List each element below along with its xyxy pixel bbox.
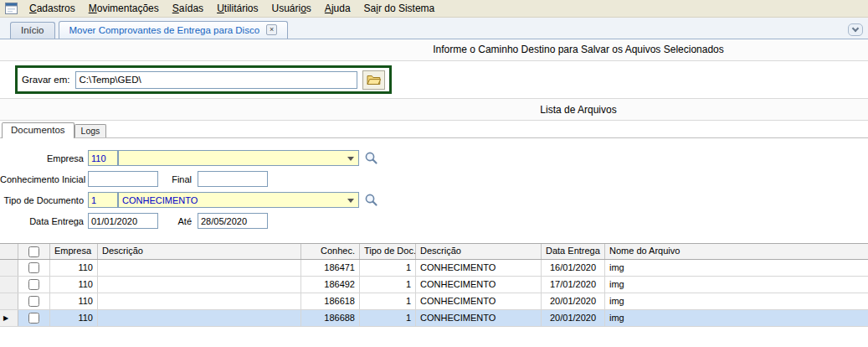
empresa-combo[interactable] — [118, 150, 359, 166]
row-checkbox-cell — [18, 310, 50, 326]
menu-item-sair-do-sistema[interactable]: Sair do Sistema — [357, 1, 442, 16]
tab-overflow-button[interactable] — [848, 23, 863, 36]
menu-item-saidas[interactable]: Saídas — [166, 1, 210, 16]
menu-item-cadastros[interactable]: Cadastros — [23, 1, 82, 16]
tipo-documento-label: Tipo de Documento — [0, 195, 88, 205]
tipo-documento-combo[interactable]: CONHECIMENTO — [118, 192, 359, 208]
tipo-documento-combo-value: CONHECIMENTO — [122, 195, 198, 205]
chevron-down-icon — [347, 199, 354, 203]
table-row[interactable]: 110 186492 1 CONHECIMENTO 17/01/2020 img — [0, 277, 868, 293]
empresa-search-button[interactable] — [362, 150, 380, 167]
cell-tipo-de-doc: 1 — [360, 293, 416, 309]
menu-item-ajuda[interactable]: Ajuda — [318, 1, 357, 16]
row-checkbox[interactable] — [28, 262, 39, 273]
row-selector — [0, 293, 18, 309]
cell-conhec: 186688 — [301, 310, 360, 326]
conhecimento-row: Conhecimento Inicial Final — [0, 171, 868, 187]
cell-tipo-descricao: CONHECIMENTO — [416, 277, 542, 293]
conhecimento-final-input[interactable] — [198, 171, 268, 187]
col-header-conhec[interactable]: Conhec. — [301, 244, 360, 259]
cell-nome-do-arquivo: img — [605, 293, 868, 309]
empresa-label: Empresa — [0, 153, 88, 163]
row-checkbox-cell — [18, 277, 50, 293]
menu-item-usuarios[interactable]: Usuários — [265, 1, 317, 16]
list-section-title: Lista de Arquivos — [0, 99, 868, 121]
cell-tipo-de-doc: 1 — [360, 277, 416, 293]
subtab-row: Documentos Logs — [0, 121, 868, 138]
cell-nome-do-arquivo: img — [605, 260, 868, 276]
tab-inicio-label: Início — [21, 25, 44, 35]
file-grid: Empresa Descrição Conhec. Tipo de Doc. D… — [0, 243, 868, 327]
row-selector-header — [0, 244, 18, 259]
search-icon — [364, 193, 378, 207]
list-title-band: Lista de Arquivos — [0, 98, 868, 121]
chevron-down-icon — [852, 25, 859, 32]
row-selector — [0, 260, 18, 276]
col-header-empresa[interactable]: Empresa — [50, 244, 98, 259]
cell-empresa: 110 — [50, 310, 98, 326]
data-entrega-label: Data Entrega — [0, 216, 88, 226]
conhecimento-inicial-label: Conhecimento Inicial — [0, 174, 88, 184]
data-entrega-inicial-input[interactable] — [88, 213, 158, 229]
tab-inicio[interactable]: Início — [10, 22, 55, 39]
cell-descricao — [98, 293, 301, 309]
tipo-documento-code-input[interactable] — [88, 192, 118, 208]
grid-header-row: Empresa Descrição Conhec. Tipo de Doc. D… — [0, 244, 868, 260]
path-input[interactable] — [75, 71, 358, 89]
table-row[interactable]: 110 186471 1 CONHECIMENTO 16/01/2020 img — [0, 260, 868, 277]
tab-mover-comprovantes[interactable]: Mover Comprovantes de Entrega para Disco… — [59, 21, 289, 39]
search-icon — [364, 151, 378, 165]
row-checkbox[interactable] — [28, 279, 39, 290]
final-label: Final — [158, 174, 195, 184]
col-header-descricao-2[interactable]: Descrição — [416, 244, 542, 259]
row-selector — [0, 277, 18, 293]
filter-form: Empresa Conhecimento Inicial Final Tipo … — [0, 138, 868, 243]
subtab-logs[interactable]: Logs — [74, 124, 107, 137]
tab-close-icon[interactable]: × — [266, 24, 277, 35]
row-checkbox[interactable] — [28, 313, 39, 324]
destination-panel: Gravar em: — [0, 61, 868, 98]
select-all-checkbox[interactable] — [28, 246, 39, 257]
cell-empresa: 110 — [50, 260, 98, 276]
app-icon — [5, 3, 18, 14]
col-header-nome-do-arquivo[interactable]: Nome do Arquivo — [605, 244, 868, 259]
cell-empresa: 110 — [50, 277, 98, 293]
cell-conhec: 186471 — [301, 260, 360, 276]
data-entrega-row: Data Entrega Até — [0, 213, 868, 229]
row-pointer-icon: ▶ — [3, 314, 8, 322]
cell-conhec: 186618 — [301, 293, 360, 309]
select-all-cell — [18, 244, 50, 259]
instruction-text: Informe o Caminho Destino para Salvar os… — [0, 39, 868, 60]
subtab-documentos[interactable]: Documentos — [2, 122, 74, 138]
conhecimento-inicial-input[interactable] — [88, 171, 158, 187]
menu-item-movimentacoes[interactable]: Movimentações — [82, 1, 166, 16]
cell-data-entrega: 17/01/2020 — [542, 277, 605, 293]
gravar-label: Gravar em: — [22, 75, 70, 85]
cell-descricao — [98, 260, 301, 276]
cell-data-entrega: 16/01/2020 — [542, 260, 605, 276]
row-checkbox-cell — [18, 260, 50, 276]
data-entrega-final-input[interactable] — [198, 213, 268, 229]
col-header-tipo-de-doc[interactable]: Tipo de Doc. — [360, 244, 416, 259]
gravar-highlight-box: Gravar em: — [15, 65, 392, 94]
cell-nome-do-arquivo: img — [605, 277, 868, 293]
col-header-data-entrega[interactable]: Data Entrega — [542, 244, 605, 259]
cell-tipo-descricao: CONHECIMENTO — [416, 260, 542, 276]
browse-folder-button[interactable] — [362, 70, 385, 90]
tab-mover-comprovantes-label: Mover Comprovantes de Entrega para Disco — [69, 25, 260, 35]
cell-tipo-de-doc: 1 — [360, 310, 416, 326]
table-row-selected[interactable]: ▶ 110 186688 1 CONHECIMENTO 20/01/2020 i… — [0, 310, 868, 327]
instruction-band: Informe o Caminho Destino para Salvar os… — [0, 39, 868, 61]
tab-strip: Início Mover Comprovantes de Entrega par… — [0, 18, 868, 39]
cell-empresa: 110 — [50, 293, 98, 309]
cell-conhec: 186492 — [301, 277, 360, 293]
cell-tipo-descricao: CONHECIMENTO — [416, 310, 542, 326]
table-row[interactable]: 110 186618 1 CONHECIMENTO 20/01/2020 img — [0, 293, 868, 310]
tipo-documento-search-button[interactable] — [362, 192, 380, 209]
chevron-down-icon — [347, 157, 354, 161]
menu-item-utilitarios[interactable]: Utilitários — [210, 1, 265, 16]
row-checkbox[interactable] — [28, 296, 39, 307]
col-header-descricao[interactable]: Descrição — [98, 244, 301, 259]
empresa-code-input[interactable] — [88, 150, 118, 166]
folder-icon — [367, 74, 381, 85]
